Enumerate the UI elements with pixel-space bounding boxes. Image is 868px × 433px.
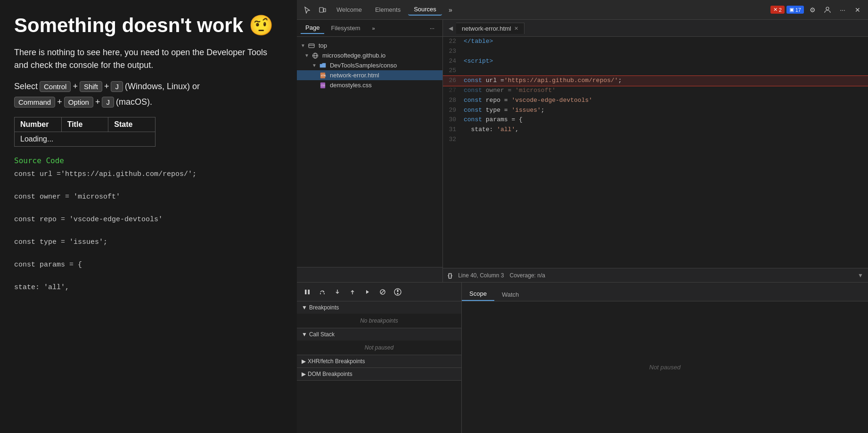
- code-line-6: state: 'all',: [14, 282, 283, 293]
- tree-item-folder[interactable]: ▼ DevToolsSamples/conso: [297, 60, 442, 70]
- code-line-30: 30 const params = {: [443, 115, 868, 125]
- plus3: +: [57, 97, 62, 107]
- sidebar-tab-page[interactable]: Page: [301, 22, 324, 34]
- more-tabs-btn[interactable]: »: [444, 3, 457, 17]
- sidebar-options-btn[interactable]: ···: [426, 22, 439, 35]
- key-control: Control: [40, 81, 71, 92]
- tab-elements[interactable]: Elements: [369, 4, 406, 15]
- svg-rect-12: [308, 290, 310, 294]
- sidebar-more-btn[interactable]: »: [367, 22, 380, 35]
- svg-point-2: [826, 7, 829, 10]
- code-editor-area[interactable]: 22 </table> 23 24 <script>: [443, 37, 868, 268]
- tab-welcome[interactable]: Welcome: [331, 4, 368, 15]
- tree-item-domain[interactable]: ▼ microsoftedge.github.io: [297, 50, 442, 60]
- cursor-icon-btn[interactable]: [301, 3, 314, 17]
- dom-section: ▶ DOM Breakpoints: [297, 368, 461, 381]
- code-line-24: 24 <script>: [443, 57, 868, 67]
- svg-rect-0: [319, 8, 323, 12]
- editor-tabs-bar: ◀ network-error.html ✕: [443, 20, 868, 37]
- key-j-mac: J: [102, 97, 114, 108]
- tree-domain-label: microsoftedge.github.io: [322, 52, 385, 59]
- code-line-1: const url ='https://api.github.com/repos…: [14, 169, 283, 180]
- tree-folder-label: DevToolsSamples/conso: [330, 62, 397, 69]
- callstack-arrow: ▼: [302, 331, 307, 338]
- shortcut-windows-line: Select Control + Shift + J (Windows, Lin…: [14, 81, 283, 92]
- debug-toolbar: [297, 283, 461, 301]
- step-btn[interactable]: [361, 285, 374, 299]
- breakpoints-label: Breakpoints: [309, 304, 339, 311]
- svg-rect-17: [397, 293, 399, 294]
- sidebar-tabs-bar: Page Filesystem » ···: [297, 20, 442, 37]
- description: There is nothing to see here, you need t…: [14, 46, 283, 72]
- code-line-29: 29 const type = 'issues';: [443, 106, 868, 116]
- error-count: 2: [779, 7, 782, 13]
- dom-label: DOM Breakpoints: [308, 371, 352, 377]
- code-line-23: 23: [443, 47, 868, 57]
- status-position: Line 40, Column 3: [458, 272, 504, 279]
- step-out-btn[interactable]: [346, 285, 359, 299]
- key-shift: Shift: [80, 81, 102, 92]
- ellipsis-btn[interactable]: ···: [836, 3, 849, 17]
- table-header-row: Number Title State: [15, 117, 155, 132]
- debug-left-panel: ▼ Breakpoints No breakpoints ▼ Call Stac…: [297, 283, 462, 433]
- code-lines: 22 </table> 23 24 <script>: [443, 37, 868, 145]
- breakpoints-header[interactable]: ▼ Breakpoints: [297, 301, 461, 314]
- editor-file-tab[interactable]: network-error.html ✕: [456, 23, 524, 34]
- devtools-topbar: Welcome Elements Sources » ✕ 2 ▣ 17 ⚙ ··…: [297, 0, 868, 20]
- sidebar-search-bar: [297, 267, 442, 282]
- step-into-btn[interactable]: [331, 285, 344, 299]
- key-j-win: J: [111, 81, 123, 92]
- code-line-27: 27 const owner = 'microsoft': [443, 86, 868, 96]
- sidebar-tab-filesystem[interactable]: Filesystem: [326, 23, 365, 33]
- arrow-icon: ▼: [301, 43, 305, 48]
- shortcut-mac-suffix: (macOS).: [116, 97, 152, 107]
- info-count: 17: [795, 7, 801, 13]
- code-line-5: const params = {: [14, 259, 283, 271]
- devtools-debug-panel: ▼ Breakpoints No breakpoints ▼ Call Stac…: [297, 282, 868, 433]
- device-icon-btn[interactable]: [316, 3, 329, 17]
- collapse-panel-btn[interactable]: ◀: [445, 23, 456, 34]
- tree-css-label: demostyles.css: [330, 82, 372, 89]
- pause-on-exceptions-btn[interactable]: [391, 285, 404, 299]
- tab-close-btn[interactable]: ✕: [514, 25, 518, 32]
- not-paused-label: Not paused: [649, 364, 681, 371]
- gear-icon-btn[interactable]: ⚙: [806, 3, 819, 17]
- main-heading: Something doesn't work 🤨: [14, 14, 283, 37]
- callstack-section: ▼ Call Stack Not paused: [297, 328, 461, 355]
- shortcut-win-suffix: (Windows, Linux) or: [125, 82, 200, 92]
- key-option: Option: [64, 97, 93, 108]
- svg-rect-1: [324, 8, 326, 12]
- tab-sources[interactable]: Sources: [408, 4, 442, 16]
- callstack-header[interactable]: ▼ Call Stack: [297, 328, 461, 341]
- dom-header[interactable]: ▶ DOM Breakpoints: [297, 368, 461, 380]
- tree-item-css[interactable]: CSS demostyles.css: [297, 80, 442, 90]
- pause-btn[interactable]: [301, 285, 314, 299]
- deactivate-btn[interactable]: [376, 285, 389, 299]
- expand-btn[interactable]: ▼: [858, 272, 863, 279]
- status-coverage: Coverage: n/a: [510, 272, 545, 279]
- plus1: +: [73, 82, 78, 92]
- close-btn[interactable]: ✕: [851, 3, 864, 17]
- devtools-editor: ◀ network-error.html ✕ 22 </table> 23: [443, 20, 868, 282]
- tree-item-top[interactable]: ▼ top: [297, 41, 442, 50]
- code-line-22: 22 </table>: [443, 37, 868, 47]
- scope-tab[interactable]: Scope: [462, 287, 494, 301]
- callstack-content: Not paused: [297, 341, 461, 355]
- scope-content: Not paused: [462, 301, 868, 433]
- plus2: +: [104, 82, 109, 92]
- shortcut-mac-line: Command + Option + J (macOS).: [14, 97, 283, 108]
- source-code-section: Source Code const url ='https://api.gith…: [14, 156, 283, 293]
- error-badge: ✕ 2: [770, 6, 785, 14]
- tree-top-label: top: [319, 42, 327, 49]
- shortcut-select-label: Select: [14, 82, 38, 92]
- xhr-header[interactable]: ▶ XHR/fetch Breakpoints: [297, 355, 461, 367]
- watch-tab[interactable]: Watch: [494, 288, 526, 301]
- step-over-btn[interactable]: [316, 285, 329, 299]
- file-tab-label: network-error.html: [462, 25, 511, 32]
- tree-item-html[interactable]: HTML network-error.html: [297, 70, 442, 80]
- info-icon: ▣: [789, 7, 794, 13]
- devtools-panel: Welcome Elements Sources » ✕ 2 ▣ 17 ⚙ ··…: [297, 0, 868, 433]
- svg-line-14: [381, 290, 385, 294]
- profile-icon-btn[interactable]: [821, 3, 834, 17]
- code-line-31: 31 state: 'all',: [443, 125, 868, 135]
